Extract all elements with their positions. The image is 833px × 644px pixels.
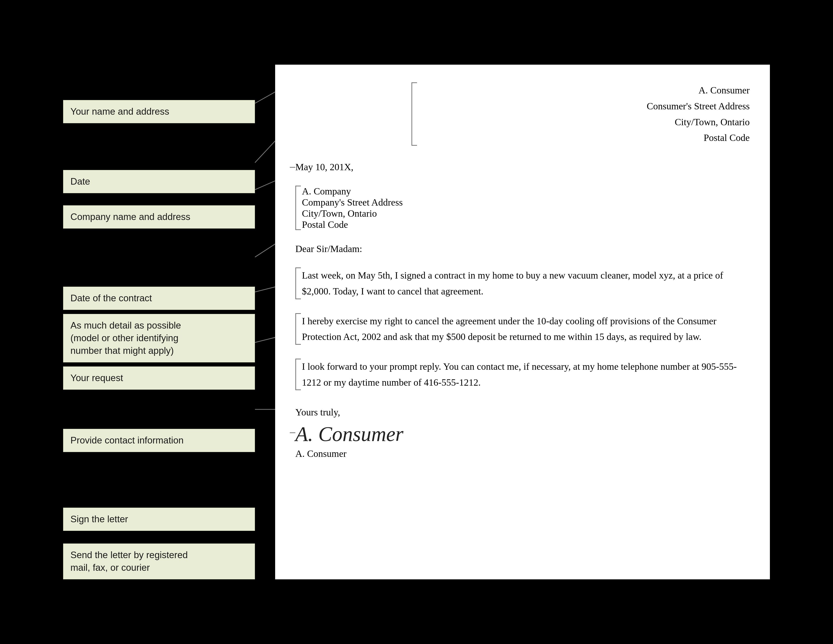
return-name: A. Consumer xyxy=(295,82,750,98)
company-postal: Postal Code xyxy=(302,219,750,230)
label-your-name: Your name and address xyxy=(63,100,255,123)
svg-line-5 xyxy=(255,337,275,343)
return-postal: Postal Code xyxy=(295,130,750,146)
body-para-3: I look forward to your prompt reply. You… xyxy=(302,361,737,388)
signature: A. Consumer xyxy=(295,422,750,446)
label-detail: As much detail as possible (model or oth… xyxy=(63,314,255,362)
letter-document: A. Consumer Consumer's Street Address Ci… xyxy=(275,64,770,579)
label-contact: Provide contact information xyxy=(63,429,255,452)
svg-line-0 xyxy=(255,92,275,103)
salutation: Dear Sir/Madam: xyxy=(295,243,750,254)
body-para-2: I hereby exercise my right to cancel the… xyxy=(302,316,716,342)
return-city: City/Town, Ontario xyxy=(295,114,750,130)
body-para-1: Last week, on May 5th, I signed a contra… xyxy=(302,270,723,296)
signee: A. Consumer xyxy=(295,448,750,459)
label-date-contract: Date of the contract xyxy=(63,287,255,310)
label-send: Send the letter by registered mail, fax,… xyxy=(63,544,255,580)
svg-line-2 xyxy=(255,181,275,190)
company-name: A. Company xyxy=(302,186,750,197)
company-city: City/Town, Ontario xyxy=(302,208,750,219)
svg-line-3 xyxy=(255,244,275,257)
label-your-request: Your request xyxy=(63,367,255,390)
label-company: Company name and address xyxy=(63,205,255,229)
label-sign: Sign the letter xyxy=(63,508,255,531)
letter-date: May 10, 201X, xyxy=(295,161,750,172)
label-date: Date xyxy=(63,170,255,193)
svg-line-1 xyxy=(255,141,275,163)
svg-line-4 xyxy=(255,287,275,292)
closing: Yours truly, xyxy=(295,407,750,418)
company-street: Company's Street Address xyxy=(302,197,750,208)
return-street: Consumer's Street Address xyxy=(295,98,750,114)
